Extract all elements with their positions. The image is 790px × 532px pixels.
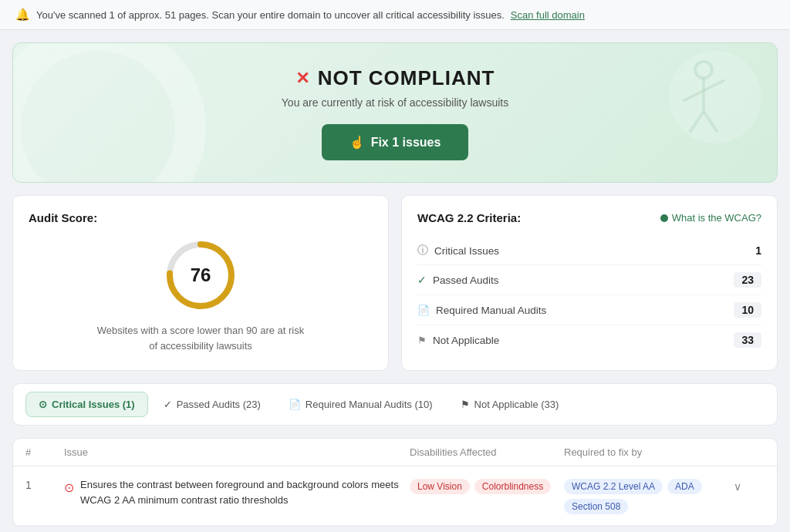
wcag-header: WCAG 2.2 Criteria: What is the WCAG? (417, 211, 761, 224)
tab-critical-icon: ⊙ (39, 399, 47, 410)
disabilities-cell: Low Vision Colorblindness (410, 477, 564, 494)
required-col: WCAG 2.2 Level AA ADA Section 508 (564, 477, 734, 514)
wcag-row-manual: 📄 Required Manual Audits 10 (417, 295, 761, 325)
low-vision-tag: Low Vision (410, 479, 470, 494)
not-applicable-icon: ⚑ (417, 335, 427, 346)
passed-audits-label: Passed Audits (433, 274, 499, 286)
col-header-issue: Issue (64, 446, 410, 458)
expand-chevron[interactable]: ∨ (734, 477, 765, 493)
fix-button-icon: ☝ (349, 135, 365, 150)
tab-na-icon: ⚑ (461, 399, 470, 410)
not-applicable-count: 33 (734, 332, 761, 348)
section-508-tag: Section 508 (564, 499, 628, 514)
wcag-help-label: What is the WCAG? (672, 212, 761, 224)
col-header-expand (734, 446, 765, 458)
tabs-row: ⊙ Critical Issues (1) ✓ Passed Audits (2… (12, 383, 778, 426)
manual-audits-count: 10 (734, 302, 761, 318)
scan-full-domain-link[interactable]: Scan full domain (511, 9, 585, 21)
score-circle-container: 76 (29, 237, 373, 314)
tab-manual-icon: 📄 (289, 399, 301, 410)
svg-line-3 (704, 80, 724, 91)
chevron-down-icon: ∨ (734, 480, 741, 493)
wcag-row-na: ⚑ Not Applicable 33 (417, 325, 761, 355)
tab-critical-issues[interactable]: ⊙ Critical Issues (1) (25, 392, 148, 417)
passed-audits-icon: ✓ (417, 274, 427, 286)
svg-point-0 (695, 62, 712, 79)
issues-table: # Issue Disabilities Affected Required t… (12, 438, 778, 527)
wcag-criteria-card: WCAG 2.2 Criteria: What is the WCAG? ⓘ C… (401, 195, 778, 371)
metrics-row: Audit Score: 76 Websites with a score lo… (12, 195, 778, 371)
critical-issues-icon: ⓘ (417, 244, 428, 258)
score-donut: 76 (162, 237, 239, 314)
passed-audits-count: 23 (734, 272, 761, 288)
banner-message: You've scanned 1 of approx. 51 pages. Sc… (36, 9, 505, 21)
wcag-row-passed: ✓ Passed Audits 23 (417, 265, 761, 295)
tab-manual-label: Required Manual Audits (10) (306, 399, 433, 410)
audit-score-card: Audit Score: 76 Websites with a score lo… (12, 195, 389, 371)
wcag-row-critical: ⓘ Critical Issues 1 (417, 237, 761, 265)
tab-critical-label: Critical Issues (1) (52, 399, 135, 410)
audit-note: Websites with a score lower than 90 are … (29, 323, 373, 353)
manual-audits-label: Required Manual Audits (436, 305, 546, 316)
svg-line-4 (690, 112, 704, 133)
col-header-disabilities: Disabilities Affected (410, 446, 564, 458)
bell-icon: 🔔 (15, 8, 30, 22)
critical-issues-count: 1 (755, 244, 761, 257)
hero-title: ✕ NOT COMPLIANT (29, 66, 761, 90)
tab-na-label: Not Applicable (33) (474, 399, 559, 410)
row-number: 1 (25, 477, 64, 491)
fix-issues-button[interactable]: ☝ Fix 1 issues (322, 124, 469, 160)
table-row: 1 ⊙ Ensures the contrast between foregro… (13, 466, 777, 526)
wcag-title: WCAG 2.2 Criteria: (417, 211, 521, 224)
hero-card: ✕ NOT COMPLIANT You are currently at ris… (12, 42, 778, 183)
svg-line-2 (683, 91, 704, 102)
critical-issues-label: Critical Issues (434, 245, 499, 257)
col-header-required: Required to fix by (564, 446, 734, 458)
wcag-help-link[interactable]: What is the WCAG? (660, 212, 761, 224)
score-number: 76 (191, 264, 211, 286)
svg-line-5 (704, 112, 717, 133)
manual-audits-icon: 📄 (417, 305, 430, 316)
warning-icon: ⊙ (64, 479, 74, 497)
wcag-dot-icon (660, 214, 668, 222)
table-header: # Issue Disabilities Affected Required t… (13, 439, 777, 466)
audit-card-title: Audit Score: (29, 211, 373, 224)
accessibility-figure (669, 59, 738, 143)
tab-passed-audits[interactable]: ✓ Passed Audits (23) (151, 392, 273, 417)
wcag-22-tag: WCAG 2.2 Level AA (564, 479, 663, 494)
scan-banner: 🔔 You've scanned 1 of approx. 51 pages. … (0, 0, 790, 30)
not-applicable-label: Not Applicable (433, 335, 499, 346)
row-issue-cell: ⊙ Ensures the contrast between foregroun… (64, 477, 410, 507)
tab-manual-audits[interactable]: 📄 Required Manual Audits (10) (276, 392, 445, 417)
col-header-num: # (25, 446, 64, 458)
tab-passed-icon: ✓ (164, 399, 172, 410)
hero-status: NOT COMPLIANT (318, 66, 495, 90)
hero-subtitle: You are currently at risk of accessibili… (29, 96, 761, 109)
colorblindness-tag: Colorblindness (474, 479, 551, 494)
row-issue-text: Ensures the contrast between foreground … (80, 477, 410, 507)
tab-not-applicable[interactable]: ⚑ Not Applicable (33) (448, 392, 572, 417)
x-icon: ✕ (295, 69, 310, 89)
fix-button-label: Fix 1 issues (371, 136, 441, 150)
tab-passed-label: Passed Audits (23) (177, 399, 261, 410)
main-content: ✕ NOT COMPLIANT You are currently at ris… (0, 30, 790, 532)
ada-tag: ADA (667, 479, 702, 494)
